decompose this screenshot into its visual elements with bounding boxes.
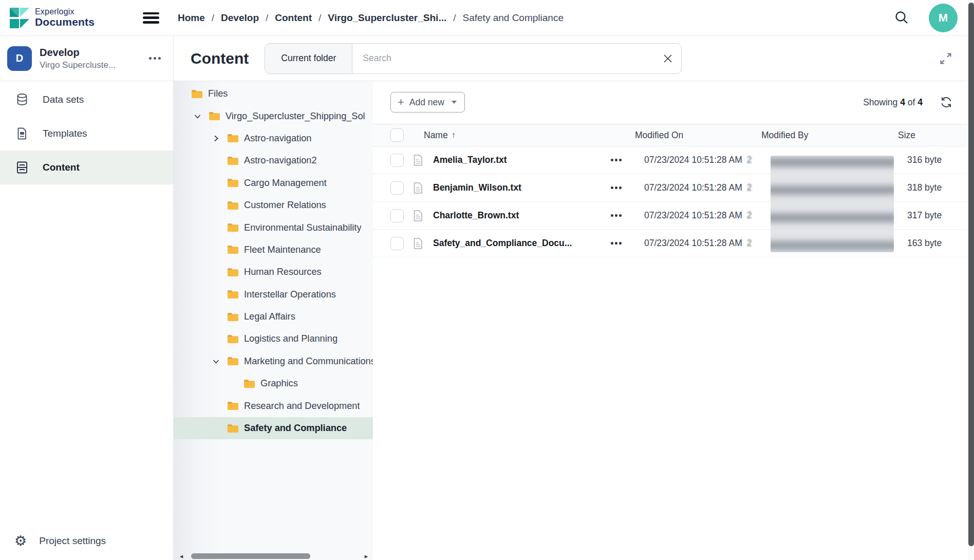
user-avatar[interactable]: M <box>929 4 958 32</box>
folder-icon <box>227 178 238 188</box>
add-new-button[interactable]: + Add new <box>390 92 465 113</box>
tree-item-label: Files <box>208 88 228 99</box>
tree-item-label: Graphics <box>260 378 298 389</box>
sidebar-nav: Data setsTemplatesContent <box>0 81 173 184</box>
modified-on-value: 07/23/2024 10:51:28 AM2 <box>644 155 771 165</box>
plus-icon: + <box>398 97 404 108</box>
breadcrumb-separator: / <box>212 12 214 24</box>
scrollbar-track[interactable] <box>185 553 363 559</box>
column-header-size[interactable]: Size <box>898 130 974 141</box>
breadcrumb-item[interactable]: Develop <box>221 12 259 24</box>
size-value: 317 byte <box>907 210 974 221</box>
modified-on-value: 07/23/2024 10:51:28 AM2 <box>644 182 771 193</box>
row-checkbox[interactable] <box>390 154 404 167</box>
project-settings-label: Project settings <box>39 535 106 547</box>
tree-item-cargo-management[interactable]: Cargo Management <box>174 172 373 194</box>
tree-item-environmental-sustainability[interactable]: Environmental Sustainability <box>174 216 373 238</box>
expand-icon[interactable] <box>937 50 954 67</box>
chevron-right-icon[interactable] <box>210 132 222 144</box>
breadcrumb-item[interactable]: Home <box>178 12 205 24</box>
folder-tree-panel: FilesVirgo_Supercluster_Shipping_SolAstr… <box>174 81 373 560</box>
search-scope-chip[interactable]: Current folder <box>265 44 352 73</box>
column-header-modified-on[interactable]: Modified On <box>635 130 761 141</box>
brand-logo[interactable]: Experlogix Documents <box>9 7 95 29</box>
tree-item-label: Virgo_Supercluster_Shipping_Sol <box>226 111 365 122</box>
folder-icon <box>244 379 255 388</box>
folder-icon <box>227 312 238 322</box>
file-name[interactable]: Safety_and_Compliance_Docu... <box>433 238 609 249</box>
scroll-right-icon[interactable]: ▸ <box>363 553 370 559</box>
file-name[interactable]: Amelia_Taylor.txt <box>433 155 609 165</box>
search-icon[interactable] <box>893 9 910 27</box>
tree-item-research-and-development[interactable]: Research and Development <box>174 395 373 417</box>
tree-item-astro-navigation[interactable]: Astro-navigation <box>174 127 373 150</box>
row-checkbox[interactable] <box>390 209 404 222</box>
file-name[interactable]: Benjamin_Wilson.txt <box>433 182 609 193</box>
file-table: Name ↑ Modified On Modified By Size Amel… <box>373 124 974 257</box>
chevron-down-icon <box>452 101 457 104</box>
sidebar-item-project-settings[interactable]: ⚙ Project settings <box>0 522 173 560</box>
tree-item-label: Human Resources <box>244 267 322 277</box>
tree-item-logistics-and-planning[interactable]: Logistics and Planning <box>174 328 373 350</box>
row-more-icon[interactable] <box>609 210 624 221</box>
tree-item-astro-navigation2[interactable]: Astro-navigation2 <box>174 150 373 172</box>
tree-item-label: Legal Affairs <box>244 311 295 322</box>
select-all-checkbox[interactable] <box>390 128 404 142</box>
sidebar-item-templates[interactable]: Templates <box>0 117 173 151</box>
tree-item-graphics[interactable]: Graphics <box>174 372 373 395</box>
column-header-modified-by[interactable]: Modified By <box>761 130 898 141</box>
breadcrumb-separator: / <box>453 12 456 24</box>
table-toolbar: + Add new Showing 4 of 4 <box>373 92 974 113</box>
search-bar: Current folder <box>265 43 682 74</box>
size-value: 318 byte <box>907 182 974 193</box>
row-checkbox[interactable] <box>390 237 404 250</box>
brand-text: Experlogix Documents <box>35 8 95 28</box>
table-header-row: Name ↑ Modified On Modified By Size <box>373 124 974 146</box>
tree-item-human-resources[interactable]: Human Resources <box>174 261 373 283</box>
topbar-right: M <box>893 4 974 32</box>
project-card[interactable]: D Develop Virgo Supercluste... <box>0 36 173 81</box>
row-checkbox[interactable] <box>390 181 404 195</box>
breadcrumb-item[interactable]: Content <box>275 12 312 24</box>
row-more-icon[interactable] <box>609 155 624 165</box>
tree-item-virgo-supercluster-shipping-sol[interactable]: Virgo_Supercluster_Shipping_Sol <box>174 105 373 127</box>
tree-horizontal-scrollbar: ◂ ▸ <box>178 552 370 559</box>
chevron-down-icon[interactable] <box>191 110 203 122</box>
tree-item-label: Astro-navigation2 <box>244 155 317 166</box>
page-scrollbar-thumb[interactable] <box>968 3 974 546</box>
menu-icon[interactable] <box>143 11 159 25</box>
tree-item-interstellar-operations[interactable]: Interstellar Operations <box>174 284 373 306</box>
page-scrollbar[interactable] <box>968 0 974 560</box>
tree-item-marketing-and-communications[interactable]: Marketing and Communications <box>174 350 373 372</box>
tree-item-files[interactable]: Files <box>174 83 373 105</box>
row-more-icon[interactable] <box>609 238 624 249</box>
tree-item-fleet-maintenance[interactable]: Fleet Maintenance <box>174 239 373 261</box>
file-name[interactable]: Charlotte_Brown.txt <box>433 210 609 221</box>
folder-icon <box>227 134 238 143</box>
column-header-name[interactable]: Name <box>424 130 448 141</box>
modified-by-partial: 2 <box>747 210 752 221</box>
modified-by-partial: 2 <box>747 238 752 249</box>
tree-item-label: Safety and Compliance <box>244 423 347 434</box>
sidebar-item-label: Content <box>43 162 80 173</box>
tree-item-legal-affairs[interactable]: Legal Affairs <box>174 306 373 328</box>
tree-item-customer-relations[interactable]: Customer Relations <box>174 194 373 216</box>
folder-icon <box>227 290 238 299</box>
folder-icon <box>227 424 238 433</box>
scroll-left-icon[interactable]: ◂ <box>178 553 185 559</box>
tree-item-safety-and-compliance[interactable]: Safety and Compliance <box>174 417 373 439</box>
sort-ascending-icon[interactable]: ↑ <box>452 130 456 140</box>
folder-icon <box>227 245 238 254</box>
refresh-icon[interactable] <box>939 95 953 109</box>
scrollbar-thumb[interactable] <box>191 553 310 559</box>
project-more-icon[interactable] <box>148 54 162 63</box>
sidebar-item-data-sets[interactable]: Data sets <box>0 83 173 117</box>
clear-search-icon[interactable] <box>654 44 681 73</box>
sidebar-item-content[interactable]: Content <box>0 151 173 184</box>
breadcrumb-item[interactable]: Virgo_Supercluster_Shi... <box>328 12 446 24</box>
row-more-icon[interactable] <box>609 182 624 193</box>
search-input[interactable] <box>352 44 654 73</box>
chevron-down-icon[interactable] <box>210 355 222 367</box>
content-header: Content Current folder <box>174 36 974 81</box>
tree-item-label: Cargo Management <box>244 178 327 189</box>
